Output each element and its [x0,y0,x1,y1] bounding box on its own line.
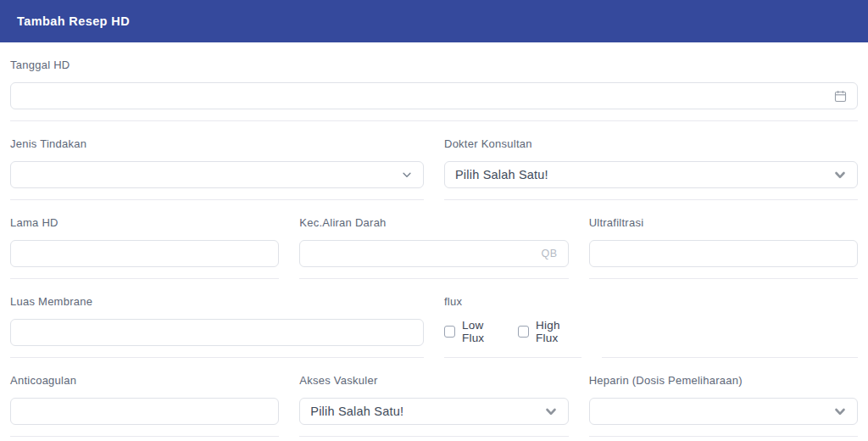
form-row-tanggal: Tanggal HD [10,42,858,121]
akses-vaskuler-label: Akses Vaskuler [299,374,568,387]
jenis-tindakan-select[interactable] [10,161,424,188]
page-title: Tambah Resep HD [17,14,130,28]
high-flux-checkbox[interactable] [518,326,529,338]
form-row-anticoagulan-akses-heparin: Anticoagulan Akses Vaskuler Pilih Salah … [10,358,858,437]
calendar-icon[interactable] [834,90,847,103]
lama-hd-label: Lama HD [10,216,279,229]
field-kec-aliran-darah: Kec.Aliran Darah QB [299,200,568,279]
field-dokter-konsultan: Dokter Konsultan Pilih Salah Satu! [444,121,858,200]
chevron-down-icon [544,405,558,418]
akses-vaskuler-select[interactable]: Pilih Salah Satu! [299,398,568,425]
form-row-tindakan-dokter: Jenis Tindakan Dokter Konsultan Pilih Sa… [10,121,858,200]
low-flux-checkbox[interactable] [444,326,455,338]
form-content: Tanggal HD Jenis Tindakan [0,42,868,437]
lama-hd-input[interactable] [10,240,279,267]
flux-option-high[interactable]: High Flux [518,319,581,344]
kec-aliran-darah-label: Kec.Aliran Darah [299,216,568,229]
field-lama-hd: Lama HD [10,200,279,279]
chevron-down-icon [833,405,847,418]
tanggal-hd-input[interactable] [21,89,834,103]
field-jenis-tindakan: Jenis Tindakan [10,121,424,200]
field-flux: flux Low Flux High Flux [444,279,581,358]
luas-membrane-label: Luas Membrane [10,295,424,308]
field-heparin: Heparin (Dosis Pemeliharaan) [589,358,858,437]
low-flux-label[interactable]: Low Flux [462,319,505,344]
form-row-membrane-flux: Luas Membrane flux Low Flux High Flux [10,279,858,358]
field-anticoagulan: Anticoagulan [10,358,279,437]
flux-option-low[interactable]: Low Flux [444,319,505,344]
flux-label: flux [444,295,581,308]
heparin-label: Heparin (Dosis Pemeliharaan) [589,374,858,387]
ultrafiltrasi-label: Ultrafiltrasi [589,216,858,229]
akses-vaskuler-value: Pilih Salah Satu! [310,405,403,418]
dokter-konsultan-select[interactable]: Pilih Salah Satu! [444,161,858,188]
heparin-select[interactable] [589,398,858,425]
qb-suffix: QB [542,248,558,260]
dokter-konsultan-value: Pilih Salah Satu! [455,168,548,181]
form-row-lama-kec-ultra: Lama HD Kec.Aliran Darah QB Ultrafiltras… [10,200,858,279]
tanggal-hd-field[interactable] [10,82,858,109]
empty-cell [602,279,858,358]
kec-aliran-darah-input[interactable] [310,247,541,260]
field-ultrafiltrasi: Ultrafiltrasi [589,200,858,279]
flux-options: Low Flux High Flux [444,319,581,344]
field-akses-vaskuler: Akses Vaskuler Pilih Salah Satu! [299,358,568,437]
anticoagulan-input[interactable] [10,398,279,425]
jenis-tindakan-label: Jenis Tindakan [10,137,424,150]
high-flux-label[interactable]: High Flux [536,319,581,344]
chevron-down-icon [833,168,847,181]
ultrafiltrasi-input[interactable] [589,240,858,267]
dokter-konsultan-label: Dokter Konsultan [444,137,858,150]
chevron-down-icon [401,169,413,181]
page-header: Tambah Resep HD [0,0,868,42]
anticoagulan-label: Anticoagulan [10,374,279,387]
tanggal-hd-label: Tanggal HD [10,59,858,71]
field-tanggal-hd: Tanggal HD [10,42,858,121]
field-luas-membrane: Luas Membrane [10,279,424,358]
luas-membrane-input[interactable] [10,319,424,346]
kec-aliran-darah-field[interactable]: QB [299,240,568,267]
